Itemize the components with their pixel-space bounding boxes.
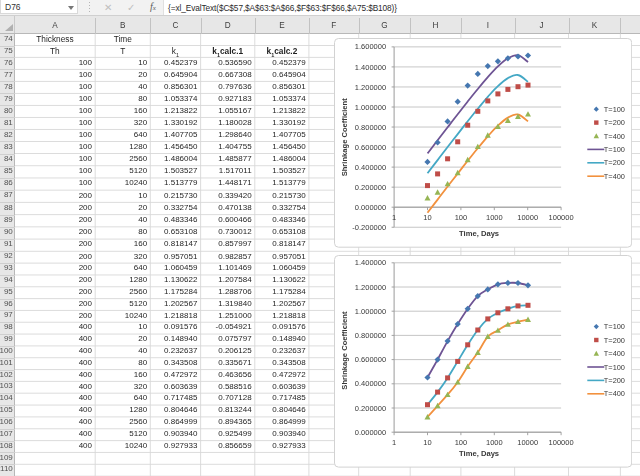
svg-text:T=100: T=100 [604, 363, 625, 372]
svg-text:1: 1 [392, 438, 396, 447]
svg-text:10: 10 [424, 438, 432, 447]
svg-text:1.000000: 1.000000 [355, 307, 386, 316]
svg-text:100000: 100000 [549, 213, 574, 222]
svg-text:Shrinkage Coefficient: Shrinkage Coefficient [340, 97, 349, 176]
svg-text:T=100: T=100 [604, 145, 625, 154]
svg-text:-0.200000: -0.200000 [353, 222, 387, 231]
svg-text:100: 100 [455, 213, 468, 222]
svg-text:1000: 1000 [486, 213, 503, 222]
svg-text:0.800000: 0.800000 [355, 122, 386, 131]
svg-text:0.400000: 0.400000 [355, 380, 386, 389]
svg-text:100: 100 [455, 438, 468, 447]
svg-text:T=400: T=400 [604, 390, 625, 399]
svg-text:10000: 10000 [517, 438, 538, 447]
svg-text:T=100: T=100 [604, 104, 625, 113]
svg-text:Shrinkage Coefficient: Shrinkage Coefficient [340, 311, 349, 390]
svg-text:0.200000: 0.200000 [355, 182, 386, 191]
svg-text:1: 1 [392, 213, 396, 222]
svg-text:1000: 1000 [486, 438, 503, 447]
svg-text:T=200: T=200 [604, 336, 625, 345]
svg-text:1.400000: 1.400000 [355, 259, 386, 268]
svg-text:0.400000: 0.400000 [355, 162, 386, 171]
svg-text:Time, Days: Time, Days [459, 450, 499, 459]
svg-text:T=200: T=200 [604, 158, 625, 167]
svg-text:T=400: T=400 [604, 349, 625, 358]
svg-text:1.600000: 1.600000 [355, 42, 386, 51]
svg-text:T=400: T=400 [604, 131, 625, 140]
svg-text:0.600000: 0.600000 [355, 356, 386, 365]
svg-text:100000: 100000 [549, 438, 574, 447]
svg-text:T=200: T=200 [604, 118, 625, 127]
svg-text:0.600000: 0.600000 [355, 142, 386, 151]
svg-text:10: 10 [424, 213, 432, 222]
svg-text:0.000000: 0.000000 [355, 202, 386, 211]
svg-text:1.200000: 1.200000 [355, 283, 386, 292]
svg-text:0.800000: 0.800000 [355, 331, 386, 340]
svg-text:Time, Days: Time, Days [459, 228, 499, 237]
svg-text:1.200000: 1.200000 [355, 82, 386, 91]
svg-text:T=400: T=400 [604, 171, 625, 180]
svg-text:0.000000: 0.000000 [355, 428, 386, 437]
svg-text:0.200000: 0.200000 [355, 404, 386, 413]
svg-text:1.000000: 1.000000 [355, 102, 386, 111]
svg-text:T=100: T=100 [604, 323, 625, 332]
svg-text:1.400000: 1.400000 [355, 62, 386, 71]
svg-text:10000: 10000 [517, 213, 538, 222]
svg-text:T=200: T=200 [604, 376, 625, 385]
